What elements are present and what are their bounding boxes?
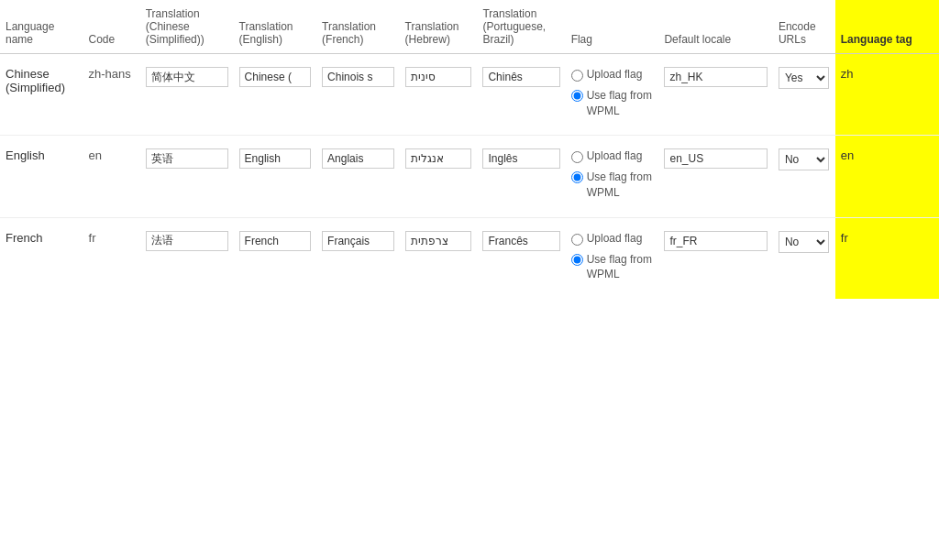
table-row: EnglishenUpload flagUse flag from WPMLYe… bbox=[0, 136, 939, 217]
header-trans-he: Translation (Hebrew) bbox=[400, 0, 478, 54]
default-locale-cell bbox=[658, 136, 772, 217]
translation-en-input-cell bbox=[234, 217, 317, 299]
translation-pt-input-cell bbox=[477, 54, 565, 136]
encode-urls-cell: YesNo bbox=[773, 54, 835, 136]
header-code: Code bbox=[83, 0, 140, 54]
language-name-cell: English bbox=[0, 136, 83, 217]
flag-cell: Upload flagUse flag from WPML bbox=[566, 136, 659, 217]
encode-urls-cell: YesNo bbox=[773, 217, 835, 299]
language-code: fr bbox=[89, 231, 96, 245]
default-locale-input[interactable] bbox=[664, 148, 767, 169]
header-language-tag: Language tag bbox=[835, 0, 939, 54]
translation-he-input-cell bbox=[400, 217, 478, 299]
upload-flag-radio[interactable] bbox=[571, 151, 583, 163]
language-tag-cell: fr bbox=[835, 217, 939, 299]
default-locale-cell bbox=[658, 54, 772, 136]
language-code: en bbox=[89, 148, 102, 162]
language-name-cell: Chinese (Simplified) bbox=[0, 54, 83, 136]
translation-pt-input-cell bbox=[477, 136, 565, 217]
translation-en-input[interactable] bbox=[239, 231, 312, 251]
header-trans-fr: Translation (French) bbox=[316, 0, 400, 54]
translation-en-input-cell bbox=[234, 136, 317, 217]
translation-fr-input[interactable] bbox=[322, 231, 394, 251]
header-language-name: Language name bbox=[0, 0, 83, 54]
upload-flag-label: Upload flag bbox=[587, 148, 643, 164]
translation-pt-input-cell bbox=[477, 217, 565, 299]
table-header-row: Language name Code Translation (Chinese … bbox=[0, 0, 939, 54]
language-tag-value: fr bbox=[841, 231, 848, 245]
translation-zh-input-cell bbox=[140, 54, 234, 136]
wpml-flag-label: Use flag from WPML bbox=[587, 170, 654, 201]
table-row: Chinese (Simplified)zh-hansUpload flagUs… bbox=[0, 54, 939, 136]
upload-flag-radio[interactable] bbox=[571, 70, 583, 82]
translation-he-input[interactable] bbox=[405, 148, 472, 169]
translation-pt-input[interactable] bbox=[482, 148, 559, 169]
flag-cell: Upload flagUse flag from WPML bbox=[566, 54, 659, 136]
translation-he-input-cell bbox=[400, 136, 478, 217]
encode-urls-select[interactable]: YesNo bbox=[779, 67, 829, 89]
encode-urls-cell: YesNo bbox=[773, 136, 835, 217]
language-code-cell: fr bbox=[83, 217, 140, 299]
header-default-locale: Default locale bbox=[658, 0, 772, 54]
header-trans-pt: Translation (Portuguese, Brazil) bbox=[477, 0, 565, 54]
upload-flag-radio[interactable] bbox=[571, 234, 583, 246]
default-locale-input[interactable] bbox=[664, 231, 767, 251]
translation-fr-input-cell bbox=[316, 136, 400, 217]
language-code: zh-hans bbox=[89, 67, 131, 81]
encode-urls-select[interactable]: YesNo bbox=[779, 231, 829, 253]
language-code-cell: en bbox=[83, 136, 140, 217]
language-tag-value: zh bbox=[841, 67, 854, 81]
wpml-flag-radio[interactable] bbox=[571, 254, 583, 266]
default-locale-input[interactable] bbox=[664, 67, 767, 87]
translation-zh-input-cell bbox=[140, 217, 234, 299]
language-tag-value: en bbox=[841, 148, 854, 162]
translation-fr-input[interactable] bbox=[322, 148, 394, 169]
translation-zh-input[interactable] bbox=[146, 231, 228, 251]
translation-he-input[interactable] bbox=[405, 67, 472, 87]
language-tag-cell: en bbox=[835, 136, 939, 217]
translation-he-input-cell bbox=[400, 54, 478, 136]
translation-zh-input[interactable] bbox=[146, 67, 228, 87]
translation-fr-input-cell bbox=[316, 217, 400, 299]
languages-table: Language name Code Translation (Chinese … bbox=[0, 0, 939, 299]
header-trans-zh: Translation (Chinese (Simplified)) bbox=[140, 0, 234, 54]
header-flag: Flag bbox=[566, 0, 659, 54]
languages-table-container: Language name Code Translation (Chinese … bbox=[0, 0, 939, 299]
language-name: English bbox=[6, 148, 45, 162]
translation-zh-input[interactable] bbox=[146, 148, 228, 169]
translation-fr-input[interactable] bbox=[322, 67, 394, 87]
upload-flag-label: Upload flag bbox=[587, 231, 643, 247]
language-name: French bbox=[6, 231, 42, 245]
translation-zh-input-cell bbox=[140, 136, 234, 217]
wpml-flag-radio[interactable] bbox=[571, 90, 583, 102]
encode-urls-select[interactable]: YesNo bbox=[779, 148, 829, 170]
wpml-flag-label: Use flag from WPML bbox=[587, 252, 654, 283]
wpml-flag-label: Use flag from WPML bbox=[587, 88, 654, 119]
header-encode-urls: Encode URLs bbox=[773, 0, 835, 54]
header-trans-en: Translation (English) bbox=[234, 0, 317, 54]
translation-en-input[interactable] bbox=[239, 148, 312, 169]
language-code-cell: zh-hans bbox=[83, 54, 140, 136]
language-name: Chinese (Simplified) bbox=[6, 67, 65, 94]
translation-en-input-cell bbox=[234, 54, 317, 136]
translation-he-input[interactable] bbox=[405, 231, 472, 251]
flag-cell: Upload flagUse flag from WPML bbox=[566, 217, 659, 299]
wpml-flag-radio[interactable] bbox=[571, 171, 583, 183]
upload-flag-label: Upload flag bbox=[587, 67, 643, 82]
translation-pt-input[interactable] bbox=[482, 231, 559, 251]
translation-pt-input[interactable] bbox=[482, 67, 559, 87]
translation-en-input[interactable] bbox=[239, 67, 312, 87]
language-tag-cell: zh bbox=[835, 54, 939, 136]
translation-fr-input-cell bbox=[316, 54, 400, 136]
language-name-cell: French bbox=[0, 217, 83, 299]
default-locale-cell bbox=[658, 217, 772, 299]
table-row: FrenchfrUpload flagUse flag from WPMLYes… bbox=[0, 217, 939, 299]
